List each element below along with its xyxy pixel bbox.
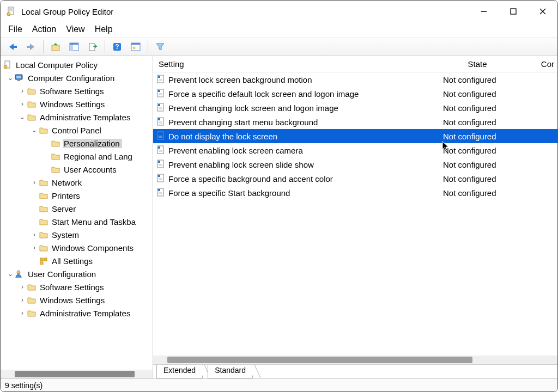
folder-icon <box>51 151 60 161</box>
all-settings-icon <box>39 256 48 266</box>
setting-row[interactable]: Force a specific default lock screen and… <box>153 87 557 101</box>
svg-rect-25 <box>17 80 20 81</box>
tree-label: Computer Configuration <box>27 74 117 83</box>
titlebar: Local Group Policy Editor <box>1 1 557 22</box>
tree-windows-settings[interactable]: › Windows Settings <box>3 97 153 111</box>
close-button[interactable] <box>528 1 557 22</box>
tree-u-software-settings[interactable]: › Software Settings <box>3 280 153 293</box>
filter-button[interactable] <box>153 40 168 54</box>
svg-text:?: ? <box>115 43 119 51</box>
policy-item-icon <box>156 117 165 127</box>
expand-icon[interactable]: ⌄ <box>30 126 39 134</box>
svg-rect-43 <box>158 118 160 120</box>
setting-name: Do not display the lock screen <box>168 132 277 141</box>
setting-name: Prevent changing lock screen and logon i… <box>168 103 338 113</box>
tree-windows-components[interactable]: › Windows Components <box>3 241 153 254</box>
options-button[interactable] <box>128 40 143 54</box>
tab-extended[interactable]: Extended <box>156 365 203 378</box>
setting-row[interactable]: Prevent changing lock screen and logon i… <box>153 101 557 115</box>
menu-action[interactable]: Action <box>32 24 56 34</box>
svg-rect-28 <box>40 262 43 265</box>
view-tabs: Extended Standard <box>153 364 557 378</box>
tree-u-admin-templates[interactable]: › Administrative Templates <box>3 307 153 320</box>
expand-icon[interactable]: › <box>18 87 27 95</box>
svg-rect-15 <box>89 44 95 51</box>
policy-item-icon <box>156 89 165 99</box>
minimize-button[interactable] <box>469 1 499 22</box>
tree-user-config[interactable]: ⌄ User Configuration <box>3 267 153 280</box>
expand-icon[interactable]: › <box>30 231 39 238</box>
tree-label: Start Menu and Taskba <box>51 217 138 226</box>
tree-control-panel[interactable]: ⌄ Control Panel <box>3 124 153 137</box>
list-horizontal-scrollbar[interactable] <box>153 356 557 364</box>
menu-file[interactable]: File <box>8 24 22 34</box>
column-setting[interactable]: Setting <box>153 59 415 69</box>
tree-computer-config[interactable]: ⌄ Computer Configuration <box>3 71 153 84</box>
setting-row[interactable]: Prevent changing start menu backgroundNo… <box>153 115 557 129</box>
setting-row[interactable]: Force a specific Start backgroundNot con… <box>153 186 557 200</box>
scrollbar-thumb[interactable] <box>15 371 135 377</box>
setting-name: Prevent lock screen background motion <box>168 75 312 84</box>
column-state[interactable]: State <box>415 59 540 69</box>
expand-icon[interactable]: › <box>18 309 27 317</box>
tree-label: Windows Components <box>51 243 136 253</box>
policy-root-icon <box>3 60 13 70</box>
svg-rect-51 <box>158 146 160 149</box>
tree-horizontal-scrollbar[interactable] <box>1 370 153 378</box>
folder-icon <box>39 191 48 200</box>
show-hide-tree-button[interactable] <box>66 40 82 54</box>
menu-help[interactable]: Help <box>95 24 113 34</box>
setting-state: Not configured <box>415 174 540 183</box>
tree-all-settings[interactable]: All Settings <box>3 254 153 267</box>
policy-item-icon <box>156 160 165 170</box>
help-button[interactable]: ? <box>110 40 125 54</box>
tree-network[interactable]: › Network <box>3 176 153 189</box>
expand-icon[interactable]: › <box>18 100 27 108</box>
tree-u-windows-settings[interactable]: › Windows Settings <box>3 293 153 307</box>
expand-icon[interactable]: ⌄ <box>6 270 15 278</box>
tree-start-menu[interactable]: Start Menu and Taskba <box>3 215 153 228</box>
maximize-button[interactable] <box>499 1 528 22</box>
tree-label: Server <box>51 204 78 213</box>
tree-regional[interactable]: Regional and Lang <box>3 150 153 163</box>
setting-row[interactable]: Prevent enabling lock screen slide showN… <box>153 157 557 171</box>
expand-icon[interactable]: › <box>30 244 39 252</box>
expand-icon[interactable]: ⌄ <box>6 74 15 82</box>
setting-row[interactable]: Prevent enabling lock screen cameraNot c… <box>153 143 557 157</box>
tree-printers[interactable]: Printers <box>3 189 153 202</box>
tree[interactable]: Local Computer Policy ⌄ Computer Configu… <box>1 56 153 370</box>
setting-row[interactable]: Prevent lock screen background motionNot… <box>153 72 557 87</box>
tree-server[interactable]: Server <box>3 202 153 215</box>
folder-icon <box>27 308 37 318</box>
tree-system[interactable]: › System <box>3 228 153 241</box>
status-text: 9 setting(s) <box>5 381 43 390</box>
back-button[interactable] <box>5 40 20 54</box>
expand-icon[interactable]: › <box>18 283 27 291</box>
tree-user-accounts[interactable]: User Accounts <box>3 163 153 176</box>
setting-row[interactable]: Do not display the lock screenNot config… <box>153 129 557 143</box>
expand-icon[interactable]: › <box>18 296 27 304</box>
svg-rect-24 <box>16 76 21 78</box>
svg-rect-47 <box>158 132 160 134</box>
tree-software-settings[interactable]: › Software Settings <box>3 84 153 97</box>
settings-list[interactable]: Prevent lock screen background motionNot… <box>153 72 557 356</box>
scrollbar-thumb[interactable] <box>167 357 472 363</box>
folder-icon <box>39 125 48 135</box>
expand-icon[interactable]: › <box>30 179 39 186</box>
up-button[interactable] <box>48 40 63 54</box>
folder-icon <box>39 243 48 253</box>
menu-view[interactable]: View <box>66 24 84 34</box>
tree-label: All Settings <box>51 256 95 266</box>
tree-admin-templates[interactable]: ⌄ Administrative Templates <box>3 111 153 124</box>
svg-rect-26 <box>40 258 43 261</box>
tree-personalization[interactable]: Personalization <box>3 137 153 150</box>
setting-state: Not configured <box>415 160 540 169</box>
expand-icon[interactable]: ⌄ <box>18 113 27 121</box>
tab-standard[interactable]: Standard <box>208 365 253 378</box>
forward-button[interactable] <box>23 40 39 54</box>
tree-root[interactable]: Local Computer Policy <box>3 58 153 71</box>
toolbar-separator <box>105 40 105 53</box>
column-comment[interactable]: Cor <box>540 59 557 69</box>
export-button[interactable] <box>85 40 100 54</box>
setting-row[interactable]: Force a specific background and accent c… <box>153 171 557 186</box>
